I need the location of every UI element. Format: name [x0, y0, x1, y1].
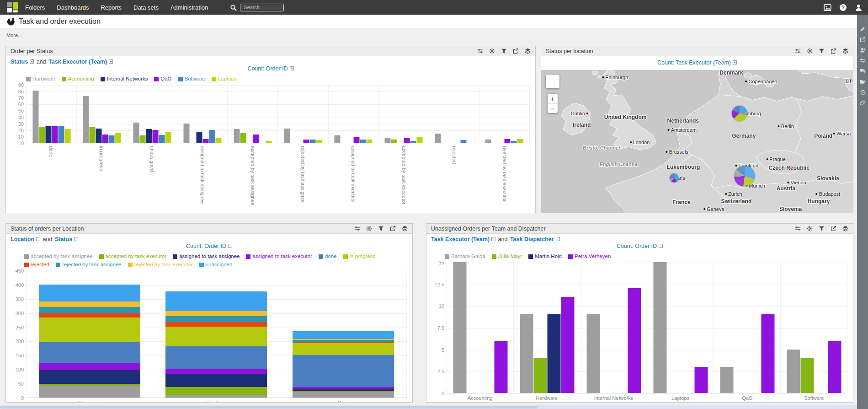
sliders-icon[interactable] — [477, 48, 483, 54]
bar-internal-networks[interactable] — [146, 129, 152, 143]
stack-segment-assigned-to-task-executor[interactable] — [39, 363, 140, 370]
bar-qao[interactable] — [404, 138, 410, 143]
dimension-link-2[interactable]: Task Executor (Team) — [48, 59, 107, 65]
stacked-bar-hamburg[interactable] — [165, 291, 267, 398]
side-rail-button-chat[interactable] — [857, 66, 868, 76]
collapse-box-icon[interactable] — [733, 60, 737, 65]
bar-hardware[interactable] — [385, 138, 391, 143]
gear-icon[interactable] — [807, 48, 813, 54]
bar-hardware[interactable] — [183, 124, 189, 143]
bar-hardware[interactable] — [435, 134, 441, 143]
side-rail-button-history[interactable] — [857, 87, 868, 97]
bar-accounting[interactable] — [240, 133, 246, 143]
bar-software[interactable] — [159, 135, 165, 143]
stack-segment-accepted-by-task-executor[interactable] — [165, 387, 267, 395]
bar-barbara-gaida[interactable] — [787, 350, 800, 393]
legend-item-julia-mayr[interactable]: Julia Mayr — [492, 253, 522, 260]
image-icon[interactable] — [824, 4, 831, 11]
layers-icon[interactable] — [842, 48, 848, 54]
bar-hardware[interactable] — [284, 129, 290, 143]
export-icon[interactable] — [513, 48, 519, 54]
stack-segment-done[interactable] — [39, 342, 140, 363]
legend-item-assigned-to-task-assignee[interactable]: assigned to task assignee — [173, 253, 240, 260]
more-link[interactable]: More... — [6, 32, 22, 38]
export-icon[interactable] — [390, 226, 396, 231]
layers-icon[interactable] — [402, 226, 408, 231]
count-link[interactable]: Count: Order ID — [617, 243, 657, 249]
dimension-link-1[interactable]: Task Executor (Team) — [431, 236, 490, 242]
bar-qao[interactable] — [102, 135, 108, 143]
stack-segment-unassigned[interactable] — [293, 331, 394, 339]
legend-item-unassigned[interactable]: unassigned — [199, 261, 233, 268]
nav-item-folders[interactable]: Folders — [25, 4, 45, 11]
legend-item-martin-hold[interactable]: Martin Hold — [528, 253, 562, 260]
stack-segment-rejected-by-task-executor[interactable] — [165, 311, 267, 316]
bar-software[interactable] — [410, 141, 416, 143]
bar-petra-verheyen[interactable] — [628, 288, 641, 393]
user-icon[interactable] — [855, 4, 863, 11]
bar-laptops[interactable] — [165, 132, 171, 143]
dimension-link-2[interactable]: Task Dispatcher — [510, 236, 554, 242]
bar-laptops[interactable] — [417, 137, 423, 143]
search-input[interactable] — [240, 4, 284, 11]
bar-martin-hold[interactable] — [547, 314, 560, 393]
nav-item-administration[interactable]: Administration — [170, 4, 208, 11]
bar-hardware[interactable] — [83, 96, 89, 143]
filter-icon[interactable] — [819, 226, 825, 231]
bar-accounting[interactable] — [139, 135, 145, 143]
bar-laptops[interactable] — [316, 140, 322, 143]
legend-item-qao[interactable]: QaO — [154, 75, 171, 82]
export-icon[interactable] — [831, 48, 836, 54]
bar-laptops[interactable] — [367, 140, 373, 143]
side-rail-button-folder[interactable] — [857, 76, 868, 87]
bar-laptops[interactable] — [215, 138, 221, 143]
nav-item-data-sets[interactable]: Data sets — [133, 4, 159, 11]
collapse-box-icon[interactable] — [290, 66, 294, 70]
bar-qao[interactable] — [253, 135, 259, 143]
bar-petra-verheyen[interactable] — [561, 297, 574, 393]
legend-item-barbara-gaida[interactable]: Barbara Gaida — [445, 253, 485, 260]
side-rail-button-sliders[interactable] — [857, 55, 868, 66]
legend-item-hardware[interactable]: Hardware — [26, 75, 55, 82]
layers-icon[interactable] — [525, 48, 531, 54]
bar-laptops[interactable] — [517, 139, 523, 143]
side-rail-button-share[interactable] — [857, 34, 868, 45]
bar-software[interactable] — [461, 140, 467, 143]
bar-software[interactable] — [209, 130, 215, 143]
bar-accounting[interactable] — [89, 127, 95, 143]
bar-barbara-gaida[interactable] — [586, 314, 600, 393]
legend-item-done[interactable]: done — [319, 253, 337, 260]
legend-item-rejected-by-task-assignee[interactable]: rejected by task assignee — [56, 261, 122, 268]
collapse-box-icon[interactable] — [36, 237, 40, 241]
collapse-box-icon[interactable] — [659, 244, 663, 248]
bar-hardware[interactable] — [485, 140, 491, 143]
filter-icon[interactable] — [501, 48, 507, 54]
stack-segment-done[interactable] — [165, 346, 267, 369]
dimension-link-1[interactable]: Status — [11, 59, 28, 65]
export-icon[interactable] — [831, 226, 836, 231]
stacked-bar-paris[interactable] — [293, 331, 394, 398]
bar-qao[interactable] — [52, 126, 58, 143]
nav-item-reports[interactable]: Reports — [101, 4, 122, 11]
stacked-bar-ellwangen[interactable] — [39, 285, 140, 398]
side-rail-button-user-plus[interactable] — [857, 45, 868, 55]
legend-item-assigned-to-task-executor[interactable]: assigned to task executor — [246, 253, 312, 260]
bar-barbara-gaida[interactable] — [520, 314, 533, 393]
legend-item-in-progress[interactable]: in progress — [343, 253, 376, 260]
bar-internal-networks[interactable] — [45, 126, 51, 143]
filter-icon[interactable] — [819, 48, 825, 54]
side-rail-button-pencil[interactable] — [857, 24, 868, 34]
horizontal-scrollbar[interactable] — [0, 405, 868, 409]
stack-segment-unassigned[interactable] — [39, 285, 140, 301]
layers-icon[interactable] — [842, 226, 848, 231]
map-layers-button[interactable] — [546, 75, 559, 88]
collapse-box-icon[interactable] — [491, 237, 495, 241]
stack-segment-done[interactable] — [293, 355, 394, 387]
bar-petra-verheyen[interactable] — [828, 341, 841, 393]
bar-hardware[interactable] — [335, 135, 341, 143]
bar-accounting[interactable] — [39, 127, 45, 143]
map-pie-hamburg[interactable] — [732, 106, 747, 121]
stack-segment-in-progress[interactable] — [39, 318, 140, 342]
gear-icon[interactable] — [366, 226, 372, 231]
map-pie-paris[interactable] — [670, 173, 679, 183]
